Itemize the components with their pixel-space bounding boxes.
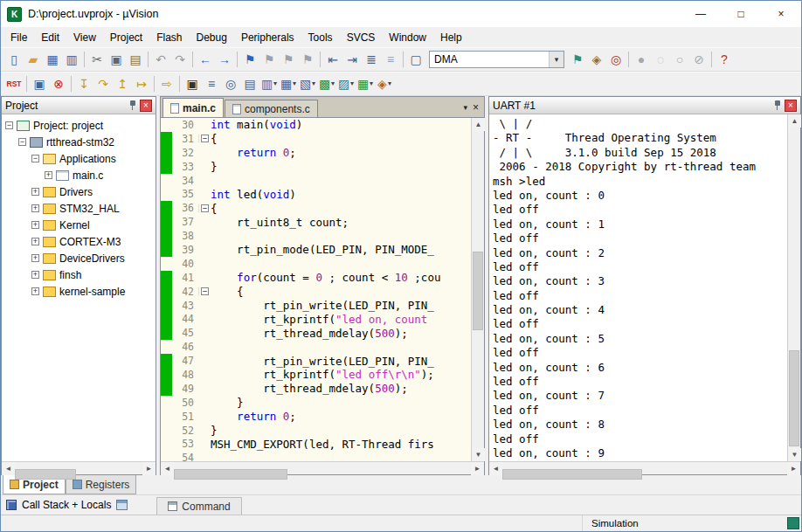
- scroll-thumb[interactable]: [15, 469, 76, 480]
- menu-edit[interactable]: Edit: [34, 29, 66, 46]
- disassembly-window-icon[interactable]: ≡: [202, 74, 221, 93]
- options-for-target-icon[interactable]: ◈: [587, 50, 606, 69]
- windows-list-icon[interactable]: [116, 500, 128, 510]
- open-folder-icon[interactable]: ▰: [24, 50, 43, 69]
- registers-window-icon[interactable]: ▤: [240, 74, 259, 93]
- tree-item-applications[interactable]: −Applications: [2, 150, 156, 167]
- stop-debug-icon[interactable]: ⊗: [49, 74, 68, 93]
- tree-item-cortex-m3[interactable]: +CORTEX-M3: [2, 233, 156, 250]
- save-all-icon[interactable]: ▥: [62, 50, 81, 69]
- run-to-line-icon[interactable]: ↦: [132, 74, 151, 93]
- disable-all-breakpoints-icon[interactable]: ○: [670, 50, 689, 69]
- scroll-down-icon[interactable]: ▼: [788, 448, 801, 461]
- comment-icon[interactable]: ≣: [362, 50, 381, 69]
- flash-download-icon[interactable]: ⚑: [568, 50, 587, 69]
- fold-collapse-icon[interactable]: −: [201, 204, 209, 212]
- indent-icon[interactable]: ⇥: [342, 50, 362, 69]
- project-hscrollbar[interactable]: ◄ ►: [2, 461, 156, 474]
- scroll-right-icon[interactable]: ►: [787, 462, 800, 475]
- close-document-icon[interactable]: ×: [473, 101, 479, 114]
- scroll-left-icon[interactable]: ◄: [161, 462, 174, 475]
- outdent-icon[interactable]: ⇤: [323, 50, 342, 69]
- reset-cpu-icon[interactable]: RST: [4, 74, 24, 93]
- tree-item-finsh[interactable]: +finsh: [2, 266, 156, 283]
- step-over-icon[interactable]: ↷: [93, 74, 113, 93]
- bookmark-next-icon[interactable]: ⚑: [279, 50, 298, 69]
- scroll-up-icon[interactable]: ▲: [788, 114, 801, 128]
- step-out-icon[interactable]: ↥: [113, 74, 132, 93]
- collapse-icon[interactable]: −: [18, 138, 26, 146]
- step-into-icon[interactable]: ↧: [74, 74, 93, 93]
- expand-icon[interactable]: +: [31, 254, 39, 262]
- editor-vscrollbar[interactable]: ▲ ▼: [471, 118, 484, 461]
- callstack-window-icon[interactable]: ▥▾: [259, 74, 279, 93]
- uart-vscrollbar[interactable]: ▲ ▼: [787, 114, 800, 461]
- insert-breakpoint-icon[interactable]: ●: [632, 50, 651, 69]
- bookmark-clear-icon[interactable]: ⚑: [298, 50, 317, 69]
- dropdown-arrow-icon[interactable]: ▾: [388, 80, 391, 87]
- document-list-icon[interactable]: ▾: [463, 103, 467, 112]
- close-panel-icon[interactable]: ×: [140, 100, 152, 112]
- scroll-thumb[interactable]: [789, 350, 799, 446]
- kill-all-breakpoints-icon[interactable]: ⊘: [689, 50, 709, 69]
- collapse-icon[interactable]: −: [5, 121, 13, 129]
- menu-window[interactable]: Window: [382, 29, 433, 46]
- scroll-up-icon[interactable]: ▲: [472, 118, 485, 131]
- target-select-combo[interactable]: DMA▾: [429, 51, 564, 68]
- scroll-left-icon[interactable]: ◄: [489, 462, 502, 475]
- dropdown-arrow-icon[interactable]: ▾: [331, 80, 335, 87]
- maximize-button[interactable]: □: [721, 1, 761, 27]
- navigate-forward-icon[interactable]: →: [215, 50, 234, 69]
- menu-flash[interactable]: Flash: [149, 29, 189, 46]
- editor-hscrollbar[interactable]: ◄ ►: [161, 461, 484, 474]
- scroll-down-icon[interactable]: ▼: [472, 448, 485, 461]
- dropdown-arrow-icon[interactable]: ▾: [273, 80, 277, 87]
- breakpoints-window-icon[interactable]: ▣: [30, 74, 49, 93]
- close-panel-icon[interactable]: ×: [785, 100, 797, 112]
- editor-tab-main-c[interactable]: main.c: [162, 98, 224, 117]
- fold-collapse-icon[interactable]: −: [201, 287, 209, 295]
- dropdown-arrow-icon[interactable]: ▾: [293, 80, 296, 87]
- dropdown-arrow-icon[interactable]: ▾: [350, 80, 354, 87]
- uart-hscrollbar[interactable]: ◄ ►: [489, 461, 800, 474]
- save-icon[interactable]: ▦: [43, 50, 62, 69]
- tree-item-kernel-sample[interactable]: +kernel-sample: [2, 283, 156, 300]
- scroll-thumb[interactable]: [473, 252, 483, 330]
- tree-item-devicedrivers[interactable]: +DeviceDrivers: [2, 250, 156, 266]
- analysis-window-icon[interactable]: ▨▾: [336, 74, 356, 93]
- menu-debug[interactable]: Debug: [190, 29, 234, 46]
- paste-icon[interactable]: ▤: [126, 50, 145, 69]
- command-window-icon[interactable]: ▣: [183, 74, 202, 93]
- tree-item-kernel[interactable]: +Kernel: [2, 217, 156, 233]
- editor-tab-components-c[interactable]: components.c: [225, 100, 318, 117]
- new-file-icon[interactable]: ▯: [4, 50, 24, 69]
- tree-item-rtthread-stm32[interactable]: −rtthread-stm32: [2, 134, 156, 150]
- menu-project[interactable]: Project: [103, 29, 149, 46]
- symbol-window-icon[interactable]: ◎: [221, 74, 240, 93]
- combo-dropdown-icon[interactable]: ▾: [549, 52, 563, 67]
- watch-window-icon[interactable]: ▦▾: [279, 74, 298, 93]
- command-tab[interactable]: Command: [156, 497, 242, 515]
- expand-icon[interactable]: +: [31, 238, 39, 245]
- serial-window-icon[interactable]: ▩▾: [317, 74, 336, 93]
- pin-icon[interactable]: [773, 100, 782, 111]
- expand-icon[interactable]: +: [31, 271, 39, 279]
- scroll-right-icon[interactable]: ►: [471, 462, 484, 475]
- menu-help[interactable]: Help: [433, 29, 469, 46]
- help-icon[interactable]: ?: [715, 50, 734, 69]
- minimize-button[interactable]: —: [681, 1, 721, 27]
- close-button[interactable]: ×: [761, 1, 801, 27]
- expand-icon[interactable]: +: [31, 204, 39, 212]
- scroll-thumb[interactable]: [174, 469, 287, 480]
- menu-peripherals[interactable]: Peripherals: [234, 29, 301, 46]
- copy-icon[interactable]: ▣: [107, 50, 126, 69]
- system-viewer-icon[interactable]: ▦▾: [356, 74, 375, 93]
- find-in-files-icon[interactable]: ◎: [606, 50, 626, 69]
- collapse-icon[interactable]: −: [31, 155, 39, 162]
- uart-output[interactable]: \ | /- RT - Thread Operating System / | …: [489, 114, 787, 461]
- expand-icon[interactable]: +: [31, 287, 39, 295]
- callstack-button[interactable]: Call Stack + Locals: [22, 499, 111, 511]
- bookmark-prev-icon[interactable]: ⚑: [259, 50, 279, 69]
- uncomment-icon[interactable]: ≡: [381, 50, 400, 69]
- memory-window-icon[interactable]: ▧▾: [298, 74, 317, 93]
